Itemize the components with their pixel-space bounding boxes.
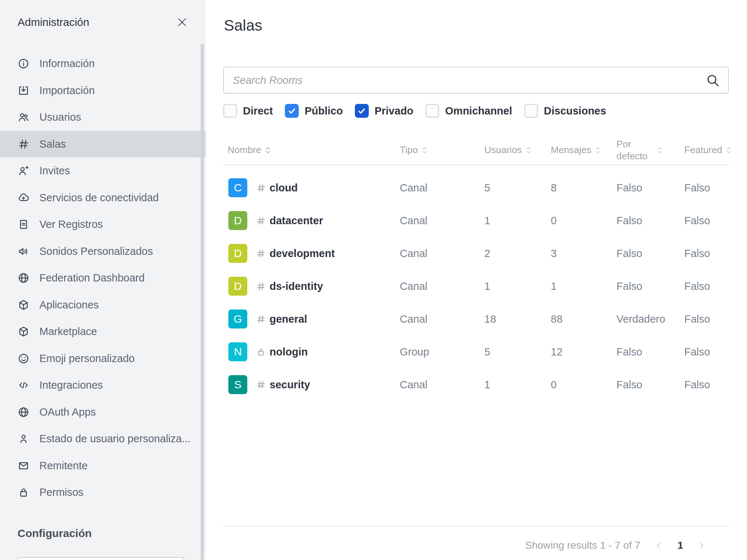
sidebar-item-label: Permisos	[39, 486, 96, 498]
table-row-nologin[interactable]: N nologin Group 5 12 Falso Falso	[223, 335, 729, 368]
room-featured: Falso	[680, 379, 729, 391]
table-row-cloud[interactable]: C cloud Canal 5 8 Falso Falso	[223, 171, 729, 204]
check-icon	[287, 106, 297, 116]
column-header-usuarios[interactable]: Usuarios	[480, 144, 546, 156]
sidebar-item-label: Federation Dashboard	[39, 272, 157, 284]
hash-icon	[256, 249, 266, 258]
sidebar-item-servicios-de-conectividad[interactable]: Servicios de conectividad	[0, 184, 206, 211]
room-default: Falso	[612, 182, 680, 194]
avatar: S	[228, 375, 247, 394]
table-row-security[interactable]: S security Canal 1 0 Falso Falso	[223, 368, 729, 401]
info-icon	[18, 58, 30, 70]
sidebar-item-label: Aplicaciones	[39, 299, 111, 311]
sidebar-item-label: Emoji personalizado	[39, 353, 147, 365]
sort-icon	[422, 145, 427, 155]
sidebar-item-label: Marketplace	[39, 326, 109, 338]
sidebar-item-label: Servicios de conectividad	[39, 192, 171, 204]
room-users: 2	[480, 248, 546, 260]
column-label: Featured	[684, 144, 722, 156]
sidebar-item-invites[interactable]: Invites	[0, 158, 206, 184]
avatar: G	[228, 310, 247, 328]
room-messages: 12	[546, 346, 612, 358]
sidebar-item-integraciones[interactable]: Integraciones	[0, 372, 206, 399]
sidebar-item-permisos[interactable]: Permisos	[0, 479, 206, 506]
checkbox-unchecked	[223, 104, 237, 118]
filter-label: Direct	[243, 105, 273, 117]
sidebar-item-importacion[interactable]: Importación	[0, 77, 206, 104]
column-header-por-defecto[interactable]: Por defecto	[612, 138, 680, 162]
column-header-tipo[interactable]: Tipo	[395, 144, 480, 156]
sidebar-nav: Información Importación Usuarios Salas I…	[0, 50, 206, 506]
checkbox-unchecked	[425, 104, 439, 118]
sidebar-item-estado-de-usuario[interactable]: Estado de usuario personaliza...	[0, 425, 206, 452]
filter-label: Omnichannel	[445, 105, 512, 117]
page-title: Salas	[224, 17, 262, 34]
room-default: Falso	[612, 215, 680, 227]
room-name: datacenter	[270, 215, 323, 227]
column-header-featured[interactable]: Featured	[680, 144, 732, 156]
room-default: Verdadero	[612, 313, 680, 325]
sidebar-item-federation-dashboard[interactable]: Federation Dashboard	[0, 265, 206, 292]
room-type: Canal	[395, 280, 480, 292]
room-type: Canal	[395, 215, 480, 227]
next-page-button[interactable]	[697, 541, 707, 550]
user-icon	[18, 433, 30, 445]
rooms-table-body: C cloud Canal 5 8 Falso Falso D datacent…	[223, 171, 729, 401]
sidebar-item-remitente[interactable]: Remitente	[0, 452, 206, 479]
sidebar-item-informacion[interactable]: Información	[0, 50, 206, 77]
sidebar-item-label: Remitente	[39, 460, 100, 472]
room-users: 1	[480, 215, 546, 227]
sidebar-item-aplicaciones[interactable]: Aplicaciones	[0, 292, 206, 319]
previous-page-button[interactable]	[654, 541, 663, 550]
table-header: Nombre Tipo Usuarios Mensajes Por defect…	[223, 136, 729, 166]
sidebar-item-emoji-personalizado[interactable]: Emoji personalizado	[0, 345, 206, 372]
room-messages: 3	[546, 248, 612, 260]
filter-publico[interactable]: Público	[285, 104, 343, 118]
close-button[interactable]	[175, 15, 189, 29]
filter-label: Privado	[375, 105, 413, 117]
search-icon[interactable]	[705, 73, 720, 88]
sidebar-scrollbar[interactable]	[201, 44, 204, 560]
sort-icon	[526, 145, 531, 155]
room-featured: Falso	[680, 215, 729, 227]
room-users: 5	[480, 182, 546, 194]
filter-direct[interactable]: Direct	[223, 104, 273, 118]
column-header-mensajes[interactable]: Mensajes	[546, 144, 612, 156]
table-row-datacenter[interactable]: D datacenter Canal 1 0 Falso Falso	[223, 204, 729, 237]
sidebar-item-label: Salas	[39, 138, 78, 150]
room-type: Canal	[395, 182, 480, 194]
pagination-divider	[223, 526, 729, 527]
hash-icon	[256, 314, 266, 324]
sidebar-item-label: Usuarios	[39, 111, 93, 123]
sidebar-item-label: Invites	[39, 165, 82, 177]
configuracion-section-header: Configuración	[18, 527, 92, 540]
sidebar-item-marketplace[interactable]: Marketplace	[0, 318, 206, 345]
filter-discusiones[interactable]: Discusiones	[524, 104, 606, 118]
room-messages: 8	[546, 182, 612, 194]
search-rooms-input[interactable]	[223, 67, 729, 94]
table-row-development[interactable]: D development Canal 2 3 Falso Falso	[223, 237, 729, 270]
settings-search-input[interactable]	[18, 557, 185, 560]
table-row-general[interactable]: G general Canal 18 88 Verdadero Falso	[223, 303, 729, 335]
column-header-nombre[interactable]: Nombre	[223, 144, 395, 156]
sidebar-title: Administración	[18, 16, 89, 28]
sidebar-item-ver-registros[interactable]: Ver Registros	[0, 211, 206, 238]
page-number[interactable]: 1	[677, 540, 683, 551]
filter-omnichannel[interactable]: Omnichannel	[425, 104, 512, 118]
filter-privado[interactable]: Privado	[355, 104, 413, 118]
table-row-ds-identity[interactable]: D ds-identity Canal 1 1 Falso Falso	[223, 270, 729, 303]
sidebar-item-salas[interactable]: Salas	[0, 131, 206, 158]
sort-icon	[595, 145, 601, 155]
room-users: 18	[480, 313, 546, 325]
sidebar-item-oauth-apps[interactable]: OAuth Apps	[0, 399, 206, 426]
avatar: D	[228, 277, 247, 296]
room-name: nologin	[270, 346, 308, 358]
sidebar-header: Administración	[18, 11, 189, 34]
sidebar-item-usuarios[interactable]: Usuarios	[0, 104, 206, 131]
room-featured: Falso	[680, 280, 729, 292]
close-icon	[176, 16, 188, 28]
room-users: 1	[480, 379, 546, 391]
sidebar-item-sonidos-personalizados[interactable]: Sonidos Personalizados	[0, 238, 206, 265]
room-type-filters: Direct Público Privado Omnichannel Discu…	[223, 104, 618, 118]
globe-icon	[18, 272, 30, 284]
